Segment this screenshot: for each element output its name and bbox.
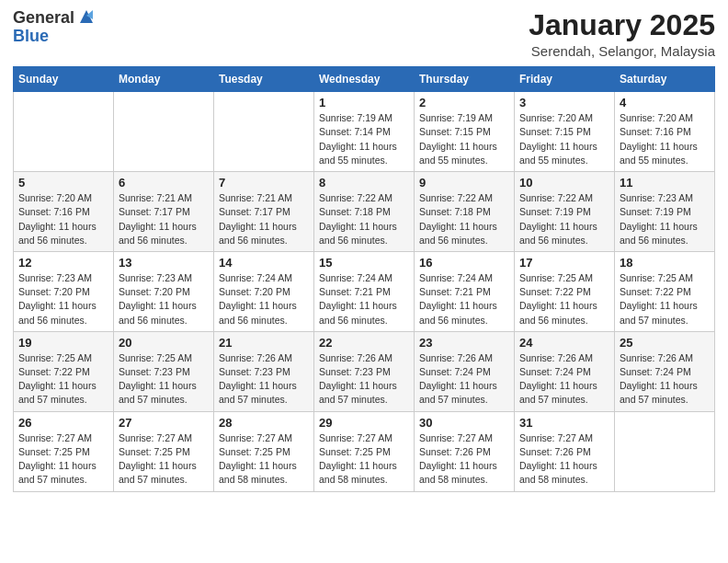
calendar-cell: 14Sunrise: 7:24 AMSunset: 7:20 PMDayligh… — [214, 251, 314, 331]
calendar-cell: 24Sunrise: 7:26 AMSunset: 7:24 PMDayligh… — [515, 331, 615, 411]
calendar-cell: 17Sunrise: 7:25 AMSunset: 7:22 PMDayligh… — [515, 251, 615, 331]
day-info: Sunrise: 7:27 AMSunset: 7:25 PMDaylight:… — [219, 431, 309, 488]
calendar-cell: 5Sunrise: 7:20 AMSunset: 7:16 PMDaylight… — [14, 172, 114, 252]
calendar-week-row: 5Sunrise: 7:20 AMSunset: 7:16 PMDaylight… — [14, 172, 715, 252]
calendar-cell: 12Sunrise: 7:23 AMSunset: 7:20 PMDayligh… — [14, 251, 114, 331]
calendar-header-sunday: Sunday — [14, 67, 114, 92]
day-info: Sunrise: 7:27 AMSunset: 7:25 PMDaylight:… — [319, 431, 409, 488]
day-number: 8 — [319, 176, 409, 190]
day-number: 26 — [18, 416, 108, 430]
calendar-cell: 1Sunrise: 7:19 AMSunset: 7:14 PMDaylight… — [314, 92, 415, 172]
calendar-header-tuesday: Tuesday — [214, 67, 314, 92]
calendar-cell: 15Sunrise: 7:24 AMSunset: 7:21 PMDayligh… — [314, 251, 415, 331]
day-info: Sunrise: 7:20 AMSunset: 7:16 PMDaylight:… — [18, 191, 108, 247]
day-info: Sunrise: 7:20 AMSunset: 7:16 PMDaylight:… — [620, 111, 710, 167]
calendar-cell: 11Sunrise: 7:23 AMSunset: 7:19 PMDayligh… — [615, 172, 715, 252]
logo: General Blue — [13, 9, 97, 46]
day-number: 16 — [419, 256, 509, 270]
day-number: 9 — [419, 176, 509, 190]
day-number: 12 — [18, 256, 108, 270]
calendar-cell: 4Sunrise: 7:20 AMSunset: 7:16 PMDaylight… — [615, 92, 715, 172]
day-number: 25 — [620, 336, 710, 350]
calendar-cell: 7Sunrise: 7:21 AMSunset: 7:17 PMDaylight… — [214, 172, 314, 252]
calendar-cell: 30Sunrise: 7:27 AMSunset: 7:26 PMDayligh… — [415, 411, 515, 491]
day-info: Sunrise: 7:23 AMSunset: 7:20 PMDaylight:… — [119, 271, 209, 327]
calendar-cell: 8Sunrise: 7:22 AMSunset: 7:18 PMDaylight… — [314, 172, 415, 252]
day-number: 10 — [519, 176, 609, 190]
day-info: Sunrise: 7:25 AMSunset: 7:22 PMDaylight:… — [620, 271, 710, 327]
day-info: Sunrise: 7:24 AMSunset: 7:21 PMDaylight:… — [319, 271, 409, 327]
day-info: Sunrise: 7:21 AMSunset: 7:17 PMDaylight:… — [219, 191, 309, 247]
day-number: 20 — [119, 336, 209, 350]
calendar-cell: 26Sunrise: 7:27 AMSunset: 7:25 PMDayligh… — [14, 411, 114, 491]
day-info: Sunrise: 7:26 AMSunset: 7:24 PMDaylight:… — [419, 351, 509, 408]
calendar-week-row: 19Sunrise: 7:25 AMSunset: 7:22 PMDayligh… — [14, 331, 715, 411]
calendar-cell: 6Sunrise: 7:21 AMSunset: 7:17 PMDaylight… — [114, 172, 214, 252]
day-info: Sunrise: 7:22 AMSunset: 7:18 PMDaylight:… — [419, 191, 509, 247]
calendar-header-wednesday: Wednesday — [314, 67, 415, 92]
calendar-cell: 28Sunrise: 7:27 AMSunset: 7:25 PMDayligh… — [214, 411, 314, 491]
day-number: 7 — [219, 176, 309, 190]
calendar-cell: 25Sunrise: 7:26 AMSunset: 7:24 PMDayligh… — [615, 331, 715, 411]
day-number: 2 — [419, 96, 509, 109]
day-info: Sunrise: 7:25 AMSunset: 7:22 PMDaylight:… — [18, 351, 108, 408]
day-number: 6 — [119, 176, 209, 190]
calendar-cell: 19Sunrise: 7:25 AMSunset: 7:22 PMDayligh… — [14, 331, 114, 411]
calendar-header-monday: Monday — [114, 67, 214, 92]
day-number: 31 — [519, 416, 609, 430]
day-number: 15 — [319, 256, 409, 270]
day-info: Sunrise: 7:25 AMSunset: 7:23 PMDaylight:… — [119, 351, 209, 408]
day-number: 23 — [419, 336, 509, 350]
calendar-week-row: 12Sunrise: 7:23 AMSunset: 7:20 PMDayligh… — [14, 251, 715, 331]
day-info: Sunrise: 7:27 AMSunset: 7:26 PMDaylight:… — [419, 431, 509, 488]
day-number: 14 — [219, 256, 309, 270]
day-number: 13 — [119, 256, 209, 270]
calendar-cell: 21Sunrise: 7:26 AMSunset: 7:23 PMDayligh… — [214, 331, 314, 411]
day-info: Sunrise: 7:27 AMSunset: 7:25 PMDaylight:… — [18, 431, 108, 488]
day-number: 21 — [219, 336, 309, 350]
day-number: 28 — [219, 416, 309, 430]
calendar-cell: 23Sunrise: 7:26 AMSunset: 7:24 PMDayligh… — [415, 331, 515, 411]
day-number: 1 — [319, 96, 409, 109]
calendar-week-row: 1Sunrise: 7:19 AMSunset: 7:14 PMDaylight… — [14, 92, 715, 172]
day-number: 27 — [119, 416, 209, 430]
day-number: 11 — [620, 176, 710, 190]
calendar-cell: 20Sunrise: 7:25 AMSunset: 7:23 PMDayligh… — [114, 331, 214, 411]
calendar-cell: 29Sunrise: 7:27 AMSunset: 7:25 PMDayligh… — [314, 411, 415, 491]
day-info: Sunrise: 7:25 AMSunset: 7:22 PMDaylight:… — [519, 271, 609, 327]
day-info: Sunrise: 7:20 AMSunset: 7:15 PMDaylight:… — [519, 111, 609, 167]
day-number: 4 — [620, 96, 710, 109]
day-info: Sunrise: 7:24 AMSunset: 7:20 PMDaylight:… — [219, 271, 309, 327]
calendar-table: SundayMondayTuesdayWednesdayThursdayFrid… — [13, 66, 715, 491]
calendar-cell — [615, 411, 715, 491]
day-info: Sunrise: 7:26 AMSunset: 7:24 PMDaylight:… — [519, 351, 609, 408]
calendar-cell — [114, 92, 214, 172]
day-info: Sunrise: 7:27 AMSunset: 7:25 PMDaylight:… — [119, 431, 209, 488]
calendar-cell — [214, 92, 314, 172]
day-info: Sunrise: 7:26 AMSunset: 7:23 PMDaylight:… — [219, 351, 309, 408]
page-title: January 2025 — [529, 9, 715, 41]
calendar-cell: 18Sunrise: 7:25 AMSunset: 7:22 PMDayligh… — [615, 251, 715, 331]
day-info: Sunrise: 7:21 AMSunset: 7:17 PMDaylight:… — [119, 191, 209, 247]
calendar-header-saturday: Saturday — [615, 67, 715, 92]
calendar-header-row: SundayMondayTuesdayWednesdayThursdayFrid… — [14, 67, 715, 92]
calendar-cell: 2Sunrise: 7:19 AMSunset: 7:15 PMDaylight… — [415, 92, 515, 172]
day-info: Sunrise: 7:22 AMSunset: 7:18 PMDaylight:… — [319, 191, 409, 247]
calendar-cell: 22Sunrise: 7:26 AMSunset: 7:23 PMDayligh… — [314, 331, 415, 411]
day-info: Sunrise: 7:23 AMSunset: 7:19 PMDaylight:… — [620, 191, 710, 247]
logo-blue: Blue — [13, 28, 49, 46]
calendar-cell: 31Sunrise: 7:27 AMSunset: 7:26 PMDayligh… — [515, 411, 615, 491]
title-block: January 2025 Serendah, Selangor, Malaysi… — [529, 9, 715, 59]
calendar-cell: 27Sunrise: 7:27 AMSunset: 7:25 PMDayligh… — [114, 411, 214, 491]
day-number: 5 — [18, 176, 108, 190]
day-number: 19 — [18, 336, 108, 350]
calendar-week-row: 26Sunrise: 7:27 AMSunset: 7:25 PMDayligh… — [14, 411, 715, 491]
day-number: 24 — [519, 336, 609, 350]
logo-general: General — [13, 9, 74, 28]
day-number: 22 — [319, 336, 409, 350]
day-info: Sunrise: 7:24 AMSunset: 7:21 PMDaylight:… — [419, 271, 509, 327]
day-number: 18 — [620, 256, 710, 270]
calendar-cell: 9Sunrise: 7:22 AMSunset: 7:18 PMDaylight… — [415, 172, 515, 252]
page-subtitle: Serendah, Selangor, Malaysia — [529, 43, 715, 59]
calendar-cell: 3Sunrise: 7:20 AMSunset: 7:15 PMDaylight… — [515, 92, 615, 172]
